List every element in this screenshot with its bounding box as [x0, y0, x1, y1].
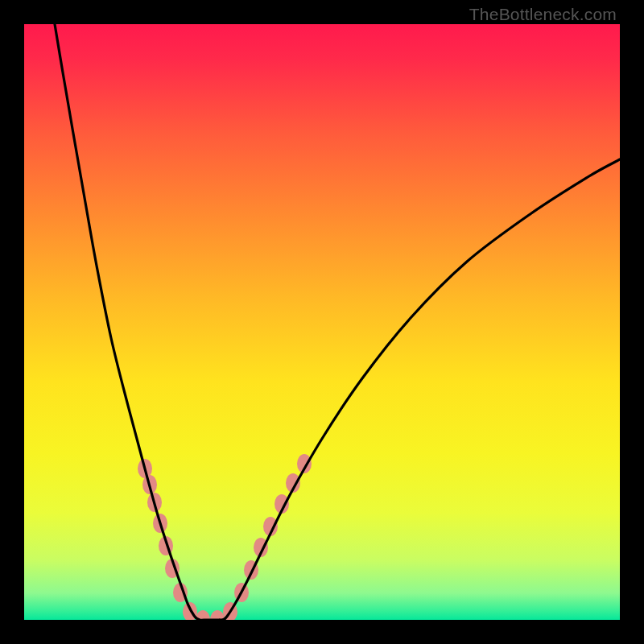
outer-frame: TheBottleneck.com — [0, 0, 644, 644]
watermark-text: TheBottleneck.com — [469, 5, 617, 24]
v-curve — [55, 24, 620, 620]
curve-layer — [24, 24, 620, 620]
plot-area — [24, 24, 620, 620]
data-dot — [210, 610, 225, 620]
